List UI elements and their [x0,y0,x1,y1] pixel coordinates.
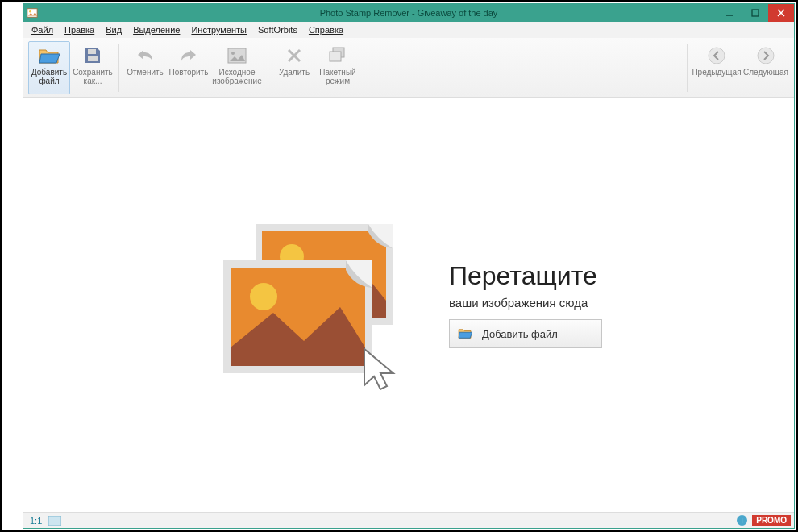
batch-mode-button[interactable]: Пакетныйрежим [317,41,359,94]
undo-label: Отменить [127,68,164,77]
drop-title: Перетащите [449,261,602,291]
add-file-button[interactable]: Добавитьфайл [28,41,70,94]
original-label-1: Исходное [219,68,256,77]
svg-rect-6 [88,49,96,54]
menu-help[interactable]: Справка [304,22,348,38]
drop-add-file-button[interactable]: Добавить файл [449,319,602,348]
prev-label: Предыдущая [692,68,741,77]
svg-rect-22 [48,516,61,526]
menu-tools[interactable]: Инструменты [186,22,251,38]
zoom-indicator[interactable]: 1:1 [30,516,42,526]
drop-button-label: Добавить файл [482,328,558,340]
batch-label-1: Пакетный [319,68,355,77]
svg-rect-7 [88,56,98,61]
arrow-right-icon [755,45,776,66]
batch-icon [327,45,348,66]
redo-icon [178,45,199,66]
menu-bar: Файл Правка Вид Выделение Инструменты So… [23,22,794,38]
menu-selection[interactable]: Выделение [128,22,185,38]
add-file-label-2: файл [39,77,59,85]
delete-button[interactable]: Удалить [273,41,315,94]
drop-subtitle: ваши изображения сюда [449,296,602,310]
svg-point-15 [758,48,774,64]
delete-icon [284,45,305,66]
prev-button[interactable]: Предыдущая [692,41,741,94]
status-bar: 1:1 i PROMO [23,512,794,528]
close-button[interactable] [768,4,794,22]
delete-label: Удалить [279,68,310,77]
arrow-left-icon [706,45,727,66]
original-image-button[interactable]: Исходноеизображение [211,41,263,94]
thumbnail-icon[interactable] [48,516,61,526]
undo-icon [135,45,156,66]
window-title: Photo Stamp Remover - Giveaway of the da… [23,8,794,18]
undo-button[interactable]: Отменить [124,41,166,94]
svg-point-14 [709,48,725,64]
toolbar: Добавитьфайл Сохранитькак... Отменить По… [23,38,794,98]
info-icon[interactable]: i [737,515,747,526]
title-bar: Photo Stamp Remover - Giveaway of the da… [23,4,794,22]
svg-point-9 [231,52,235,55]
folder-open-icon [39,45,60,66]
maximize-button[interactable] [742,4,768,22]
svg-rect-3 [752,10,759,16]
redo-label: Повторить [169,68,209,77]
save-icon [82,45,103,66]
menu-view[interactable]: Вид [101,22,127,38]
batch-label-2: режим [326,77,350,85]
svg-point-21 [250,283,277,310]
menu-file[interactable]: Файл [27,22,58,38]
folder-open-icon [458,328,472,339]
menu-softorbits[interactable]: SoftOrbits [253,22,302,38]
minimize-button[interactable] [717,4,742,22]
svg-rect-13 [330,52,341,61]
drop-illustration [215,216,425,393]
save-as-label-2: как... [84,77,102,85]
cursor-icon [364,349,393,389]
save-as-label-1: Сохранить [73,68,113,77]
promo-badge[interactable]: PROMO [752,515,791,526]
save-as-button[interactable]: Сохранитькак... [72,41,114,94]
canvas-area[interactable]: Перетащите ваши изображения сюда Добавит… [23,98,794,512]
image-icon [227,45,247,66]
next-button[interactable]: Следующая [742,41,789,94]
drop-zone: Перетащите ваши изображения сюда Добавит… [215,216,602,393]
menu-edit[interactable]: Правка [60,22,99,38]
next-label: Следующая [743,68,788,77]
redo-button[interactable]: Повторить [168,41,210,94]
add-file-label-1: Добавить [31,68,67,77]
original-label-2: изображение [212,77,261,85]
